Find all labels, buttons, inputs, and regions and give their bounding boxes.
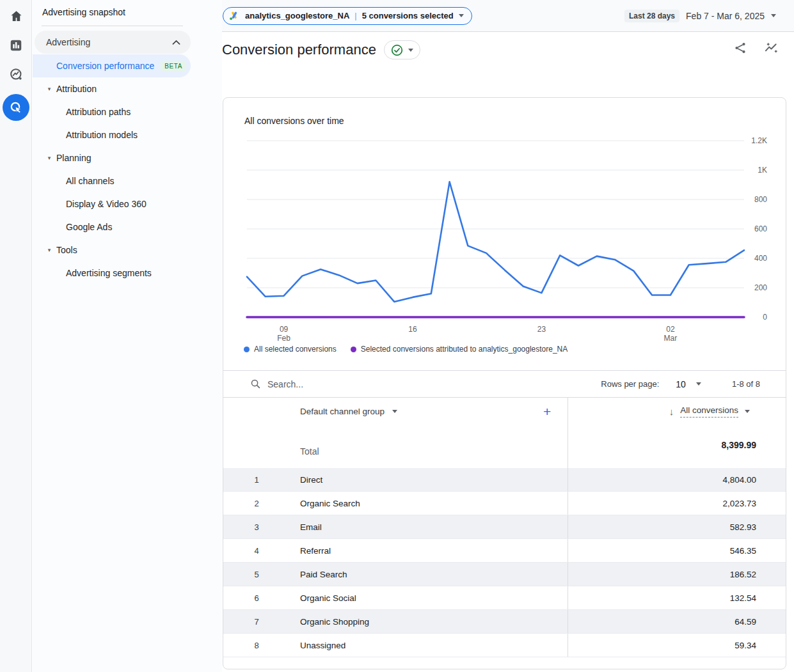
nav-item-label: Attribution models [66,130,138,140]
insights-icon[interactable] [764,41,779,58]
row-rank: 8 [251,641,262,650]
nav-item-label: Google Ads [66,222,112,232]
row-value: 186.52 [568,563,786,586]
table-row: 6Organic Social132.54 [223,586,786,610]
row-value: 546.35 [568,539,786,562]
nav-item-all-channels[interactable]: All channels [33,169,191,192]
row-channel: Unassigned [300,641,345,650]
triangle-down-icon: ▾ [42,86,56,92]
nav-item-conversion-performance[interactable]: Conversion performance BETA [33,54,191,77]
legend-label: Selected conversions attributed to analy… [361,345,568,354]
report-status-selector[interactable] [384,40,420,59]
triangle-down-icon: ▾ [42,155,56,161]
nav-item-label: Display & Video 360 [66,199,147,209]
nav-divider [42,26,183,26]
topbar: analytics_googlestore_NA | 5 conversions… [222,0,794,32]
rows-per-page-value: 10 [676,379,686,389]
nav-item-label: All channels [66,176,115,186]
nav-group-attribution[interactable]: ▾ Attribution [33,77,191,100]
svg-text:800: 800 [754,195,767,204]
rows-per-page-selector[interactable]: 10 [676,379,701,389]
triangle-down-icon: ▾ [42,247,56,253]
advertising-nav: Advertising snapshot Advertising Convers… [33,0,222,672]
legend-attributed-conversions: Selected conversions attributed to analy… [351,345,568,354]
nav-item-label: Planning [56,153,91,163]
nav-item-label: Attribution paths [66,107,131,117]
caret-down-icon [696,382,701,386]
advertising-icon-selected[interactable] [0,94,32,121]
row-channel: Paid Search [300,570,347,579]
property-conversions-selector[interactable]: analytics_googlestore_NA | 5 conversions… [223,7,472,25]
property-name: analytics_googlestore_NA [245,11,349,20]
chart-title: All conversions over time [244,116,344,126]
home-icon[interactable] [0,9,32,24]
share-icon[interactable] [733,41,747,58]
nav-item-label: Advertising segments [66,268,152,278]
app-rail [0,0,32,672]
svg-text:0: 0 [763,313,767,322]
row-rank: 7 [251,617,262,627]
row-channel: Direct [300,475,322,485]
add-column-button[interactable]: + [543,404,551,419]
row-rank: 4 [251,546,262,556]
row-channel: Email [300,522,322,532]
row-rank: 5 [251,570,262,579]
row-rank: 6 [251,593,262,603]
row-value: 132.54 [568,586,786,609]
search-input[interactable] [267,379,472,389]
separator: | [354,11,356,20]
row-channel: Referral [300,546,331,556]
table-row: 3Email582.93 [223,515,786,539]
metric-header-sort[interactable]: ↓ All conversions [669,405,750,418]
google-ads-logo [228,10,240,22]
conversions-card: All conversions over time 02004006008001… [223,97,786,669]
total-value: 8,399.99 [722,440,757,450]
nav-item-attribution-models[interactable]: Attribution models [33,123,191,146]
row-value: 2,023.73 [568,492,786,515]
chart-legend: All selected conversions Selected conver… [244,345,568,354]
table-row: 4Referral546.35 [223,539,786,563]
row-value: 4,804.00 [568,468,786,491]
nav-item-advertising-segments[interactable]: Advertising segments [33,262,191,285]
nav-section-advertising[interactable]: Advertising [35,31,191,54]
beta-badge: BETA [161,61,186,72]
advertising-icon-circle [3,94,29,121]
title-row: Conversion performance [222,38,794,61]
nav-advertising-snapshot[interactable]: Advertising snapshot [42,7,125,17]
nav-group-tools[interactable]: ▾ Tools [33,238,191,262]
row-channel: Organic Social [300,593,356,603]
nav-item-label: Tools [56,245,77,255]
nav-item-attribution-paths[interactable]: Attribution paths [33,100,191,123]
table-row: 7Organic Shopping64.59 [223,610,786,634]
pagination-status: 1-8 of 8 [732,379,760,389]
svg-text:02: 02 [666,325,675,334]
conversions-chart: 02004006008001K1.2K09Feb162302Mar [223,133,786,347]
row-rank: 3 [251,522,262,532]
caret-down-icon [459,14,464,17]
nav-item-google-ads[interactable]: Google Ads [33,215,191,238]
page-title: Conversion performance [222,42,376,58]
svg-text:23: 23 [537,325,546,334]
nav-item-display-video-360[interactable]: Display & Video 360 [33,192,191,215]
legend-dot-blue [244,347,250,352]
table-header: Default channel group + ↓ All conversion… [223,398,786,468]
legend-dot-purple [351,347,356,352]
date-preset-badge: Last 28 days [624,10,679,22]
dimension-header-selector[interactable]: Default channel group [300,407,397,416]
svg-text:09: 09 [280,325,289,334]
table-row: 8Unassigned59.34 [223,634,786,657]
nav-group-planning[interactable]: ▾ Planning [33,146,191,169]
svg-text:16: 16 [408,325,417,334]
explore-icon[interactable] [0,67,32,82]
row-value: 582.93 [568,515,786,538]
row-channel: Organic Search [300,499,360,508]
column-divider [568,398,568,468]
svg-text:Feb: Feb [277,334,290,343]
reports-icon[interactable] [0,38,32,52]
svg-text:200: 200 [754,283,767,292]
total-label: Total [300,446,319,457]
legend-all-conversions: All selected conversions [244,345,337,354]
date-picker[interactable]: Last 28 days Feb 7 - Mar 6, 2025 [624,10,776,22]
chevron-up-icon [172,40,180,45]
caret-down-icon [408,49,413,52]
